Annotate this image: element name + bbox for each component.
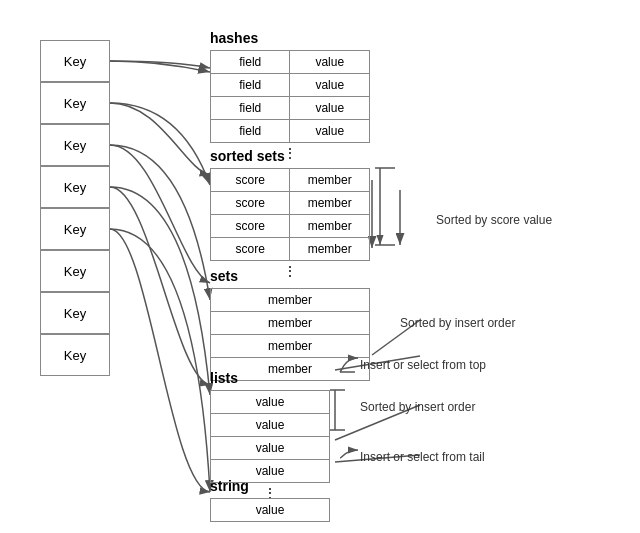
hashes-title: hashes: [210, 30, 370, 46]
key-4: Key: [40, 166, 110, 208]
sorted-sets-table: score member score member score member s…: [210, 168, 370, 261]
sets-table: member member member member: [210, 288, 370, 381]
cell: member: [211, 335, 370, 358]
cell: value: [211, 391, 330, 414]
cell: member: [211, 289, 370, 312]
cell: member: [211, 312, 370, 335]
key-7: Key: [40, 292, 110, 334]
sorted-sets-annotation-text: Sorted by score value: [436, 213, 552, 227]
sorted-sets-arrow: [400, 190, 430, 250]
key-6: Key: [40, 250, 110, 292]
table-row: field value: [211, 97, 370, 120]
table-row: score member: [211, 192, 370, 215]
cell: member: [290, 169, 370, 192]
cell: value: [211, 499, 330, 522]
diagram: Key Key Key Key Key Key Key Key hashes f…: [0, 0, 640, 533]
lists-annotation-top: Insert or select from top: [360, 358, 486, 372]
sorted-sets-annotation: Sorted by score value: [400, 190, 552, 250]
string-section: string value: [210, 478, 330, 522]
table-row: value: [211, 414, 330, 437]
table-row: score member: [211, 169, 370, 192]
cell: value: [211, 414, 330, 437]
table-row: value: [211, 499, 330, 522]
cell: member: [290, 238, 370, 261]
key-1: Key: [40, 40, 110, 82]
cell: field: [211, 120, 290, 143]
lists-title: lists: [210, 370, 330, 386]
table-row: field value: [211, 120, 370, 143]
table-row: field value: [211, 74, 370, 97]
key-5: Key: [40, 208, 110, 250]
table-row: score member: [211, 215, 370, 238]
string-table: value: [210, 498, 330, 522]
table-row: member: [211, 289, 370, 312]
table-row: field value: [211, 51, 370, 74]
cell: score: [211, 238, 290, 261]
cell: value: [211, 437, 330, 460]
lists-annotation-top-text: Insert or select from top: [360, 358, 486, 372]
lists-annotation-tail-text: Insert or select from tail: [360, 450, 485, 464]
cell: field: [211, 51, 290, 74]
key-8: Key: [40, 334, 110, 376]
cell: value: [290, 51, 370, 74]
table-row: member: [211, 335, 370, 358]
hashes-section: hashes field value field value field val…: [210, 30, 370, 161]
cell: score: [211, 215, 290, 238]
cell: field: [211, 97, 290, 120]
sorted-sets-section: sorted sets score member score member sc…: [210, 148, 370, 279]
table-row: member: [211, 312, 370, 335]
cell: score: [211, 192, 290, 215]
table-row: score member: [211, 238, 370, 261]
cell: member: [290, 215, 370, 238]
lists-annotation-sorted-text: Sorted by insert order: [360, 400, 475, 414]
cell: value: [290, 74, 370, 97]
sets-annotation-text: Sorted by insert order: [400, 316, 515, 330]
sets-section: sets member member member member: [210, 268, 370, 381]
sorted-sets-title: sorted sets: [210, 148, 370, 164]
keys-column: Key Key Key Key Key Key Key Key: [40, 40, 110, 376]
sets-title: sets: [210, 268, 370, 284]
cell: member: [290, 192, 370, 215]
lists-annotation-tail: Insert or select from tail: [360, 450, 485, 464]
cell: value: [290, 120, 370, 143]
hashes-table: field value field value field value fiel…: [210, 50, 370, 143]
cell: score: [211, 169, 290, 192]
cell: value: [290, 97, 370, 120]
sets-annotation: Sorted by insert order: [400, 316, 515, 330]
lists-annotation-sorted: Sorted by insert order: [360, 400, 475, 414]
string-title: string: [210, 478, 330, 494]
table-row: value: [211, 437, 330, 460]
key-3: Key: [40, 124, 110, 166]
cell: field: [211, 74, 290, 97]
key-2: Key: [40, 82, 110, 124]
lists-table: value value value value: [210, 390, 330, 483]
table-row: value: [211, 391, 330, 414]
